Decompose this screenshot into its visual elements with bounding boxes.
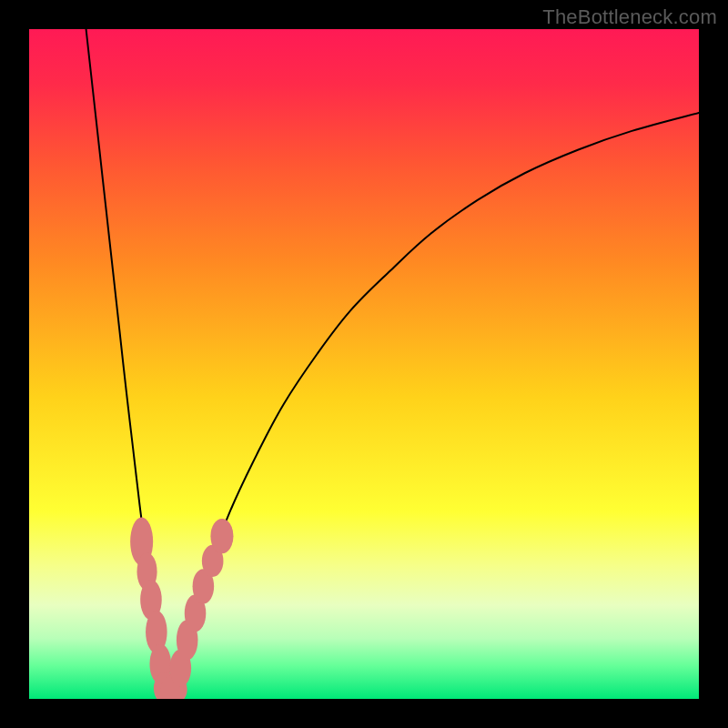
chart-canvas xyxy=(29,29,699,699)
chart-frame: TheBottleneck.com xyxy=(0,0,728,728)
plot-area xyxy=(29,29,699,699)
watermark-text: TheBottleneck.com xyxy=(542,5,717,29)
gradient-background xyxy=(29,29,699,699)
data-marker xyxy=(210,519,233,553)
